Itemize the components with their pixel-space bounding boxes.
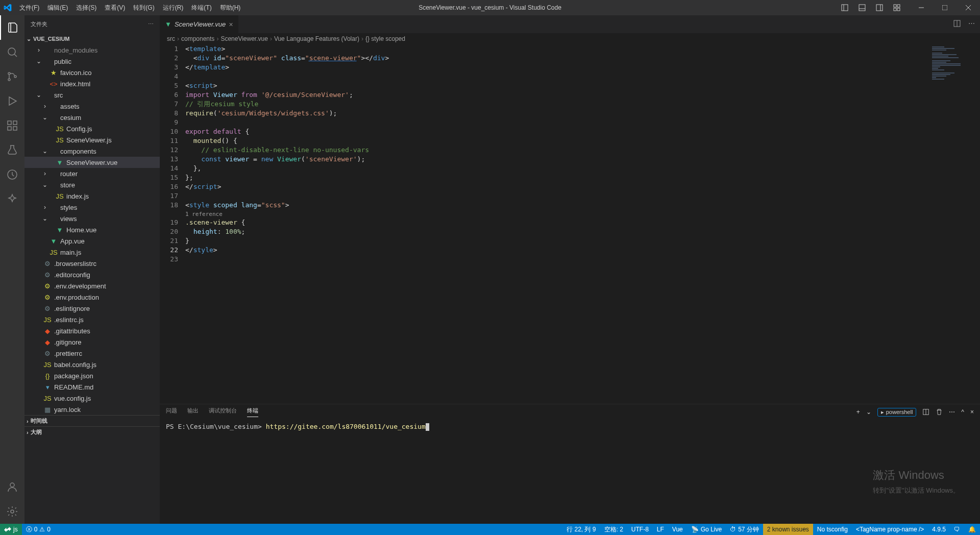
source-control-icon[interactable] (0, 64, 24, 89)
golive-button[interactable]: 📡Go Live (687, 524, 726, 535)
eol[interactable]: LF (653, 524, 668, 535)
more-icon[interactable]: ⋯ (148, 21, 154, 28)
minimize-button[interactable] (910, 0, 933, 15)
panel-tab[interactable]: 调试控制台 (209, 407, 237, 417)
file-item[interactable]: JSindex.js (24, 190, 160, 202)
customize-layout-icon[interactable] (888, 0, 905, 15)
ts-version[interactable]: 4.9.5 (928, 524, 950, 535)
activitybar (0, 15, 24, 524)
close-icon[interactable]: × (229, 20, 233, 29)
file-item[interactable]: JSvue.config.js (24, 393, 160, 404)
menu-item[interactable]: 转到(G) (129, 0, 158, 15)
file-item[interactable]: ⚙.prettierrc (24, 348, 160, 359)
indentation[interactable]: 空格: 2 (600, 524, 627, 535)
file-item[interactable]: JSConfig.js (24, 123, 160, 134)
maximize-button[interactable] (933, 0, 957, 15)
more-icon[interactable]: ⋯ (949, 408, 955, 416)
problems-indicator[interactable]: ⓧ0 ⚠0 (22, 524, 55, 535)
extensions-icon[interactable] (0, 113, 24, 138)
account-icon[interactable] (0, 475, 24, 499)
folder-item[interactable]: ⌄components (24, 145, 160, 157)
tsconfig-status[interactable]: No tsconfig (813, 524, 852, 535)
clock-indicator[interactable]: ⏱57 分钟 (726, 524, 763, 535)
file-item[interactable]: JS.eslintrc.js (24, 314, 160, 325)
folder-item[interactable]: ⌄store (24, 179, 160, 190)
panel-toggle-icon[interactable] (853, 0, 871, 15)
known-issues[interactable]: 2 known issues (763, 524, 813, 535)
project-header[interactable]: ⌄VUE_CESIUM (24, 33, 160, 44)
folder-item[interactable]: ⌄views (24, 213, 160, 224)
new-terminal-icon[interactable]: + (856, 408, 860, 416)
file-item[interactable]: {}package.json (24, 370, 160, 381)
tab-sceneviewer[interactable]: ▼ SceneViewer.vue × (160, 15, 239, 33)
history-icon[interactable] (0, 162, 24, 187)
chevron-up-icon[interactable]: ^ (961, 408, 964, 416)
feedback-icon[interactable]: 🗨 (950, 524, 964, 535)
svg-rect-7 (897, 5, 900, 7)
menu-item[interactable]: 查看(V) (101, 0, 129, 15)
language-mode[interactable]: Vue (668, 524, 687, 535)
notifications-icon[interactable]: 🔔 (964, 524, 980, 535)
menu-item[interactable]: 终端(T) (187, 0, 215, 15)
file-item[interactable]: ▼Home.vue (24, 224, 160, 235)
file-item[interactable]: ⚙.env.production (24, 291, 160, 303)
minimap[interactable] (932, 46, 973, 80)
testing-icon[interactable] (0, 138, 24, 162)
outline-header[interactable]: ›大纲 (24, 426, 160, 437)
folder-item[interactable]: ›assets (24, 101, 160, 112)
sidebar-right-toggle-icon[interactable] (871, 0, 888, 15)
file-item[interactable]: JSmain.js (24, 247, 160, 258)
menu-item[interactable]: 文件(F) (15, 0, 43, 15)
panel-tab[interactable]: 问题 (166, 407, 177, 417)
cursor-position[interactable]: 行 22, 列 9 (562, 524, 600, 535)
folder-item[interactable]: ›styles (24, 202, 160, 213)
file-item[interactable]: ★favicon.ico (24, 67, 160, 78)
file-item[interactable]: ⚙.editorconfig (24, 269, 160, 280)
folder-item[interactable]: ›node_modules (24, 44, 160, 56)
layout-toggle-icon[interactable] (836, 0, 853, 15)
close-button[interactable] (957, 0, 980, 15)
menu-item[interactable]: 选择(S) (72, 0, 101, 15)
more-icon[interactable]: ⋯ (968, 19, 975, 28)
chevron-down-icon[interactable]: ⌄ (866, 408, 871, 416)
file-item[interactable]: ▦yarn.lock (24, 404, 160, 415)
file-item[interactable]: JSSceneViewer.js (24, 134, 160, 145)
file-item[interactable]: ◆.gitignore (24, 336, 160, 348)
run-debug-icon[interactable] (0, 89, 24, 113)
folder-item[interactable]: ›router (24, 168, 160, 179)
panel-tab[interactable]: 输出 (187, 407, 199, 417)
split-editor-icon[interactable] (953, 19, 961, 28)
panel-tab[interactable]: 终端 (247, 407, 258, 417)
file-item[interactable]: ⚙.browserslistrc (24, 258, 160, 269)
file-item[interactable]: ▾README.md (24, 381, 160, 393)
trash-icon[interactable] (936, 408, 943, 416)
timeline-header[interactable]: ›时间线 (24, 415, 160, 426)
file-item[interactable]: ▼SceneViewer.vue (24, 157, 160, 168)
folder-item[interactable]: ⌄public (24, 56, 160, 67)
file-item[interactable]: ▼App.vue (24, 235, 160, 247)
js-icon: JS (43, 395, 52, 402)
file-item[interactable]: ◆.gitattributes (24, 325, 160, 336)
tagname-format[interactable]: <TagName prop-name /> (852, 524, 928, 535)
settings-icon[interactable] (0, 499, 24, 524)
menu-item[interactable]: 运行(R) (159, 0, 188, 15)
menu-item[interactable]: 编辑(E) (43, 0, 72, 15)
remote-indicator[interactable]: js (0, 524, 22, 535)
terminal[interactable]: PS E:\Cesium\vue_cesium> https://gitee.c… (160, 420, 980, 524)
encoding[interactable]: UTF-8 (627, 524, 653, 535)
folder-item[interactable]: ⌄cesium (24, 112, 160, 123)
js-icon: JS (55, 192, 64, 200)
file-item[interactable]: <>index.html (24, 78, 160, 89)
file-item[interactable]: ⚙.eslintignore (24, 303, 160, 314)
menu-item[interactable]: 帮助(H) (216, 0, 245, 15)
split-terminal-icon[interactable] (922, 408, 929, 416)
breadcrumb[interactable]: src›components›SceneViewer.vue›Vue Langu… (160, 33, 980, 44)
folder-item[interactable]: ⌄src (24, 89, 160, 101)
search-icon[interactable] (0, 40, 24, 64)
terminal-profile[interactable]: ▸ powershell (877, 408, 917, 417)
close-panel-icon[interactable]: × (970, 408, 974, 416)
sparkle-icon[interactable] (0, 187, 24, 211)
file-item[interactable]: ⚙.env.development (24, 280, 160, 291)
file-item[interactable]: JSbabel.config.js (24, 359, 160, 370)
explorer-icon[interactable] (0, 15, 24, 40)
